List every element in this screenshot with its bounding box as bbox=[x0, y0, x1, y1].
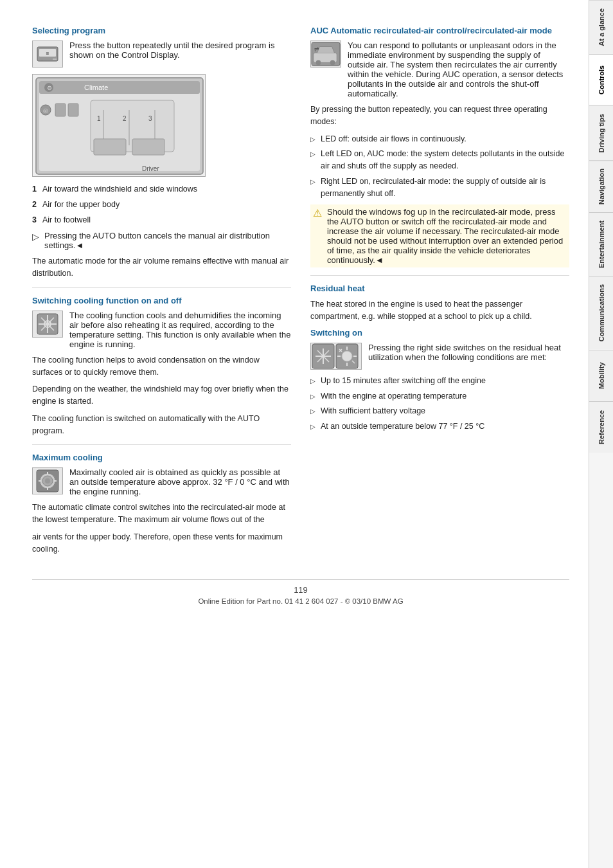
svg-text:Climate: Climate bbox=[84, 84, 108, 91]
maximum-cooling-section: Maximum cooling bbox=[32, 453, 291, 555]
cooling-fog-note: Depending on the weather, the windshield… bbox=[32, 383, 291, 408]
arrow-right-icon: ▷ bbox=[32, 231, 39, 242]
air-distribution-list: 1Air toward the windshield and side wind… bbox=[32, 183, 291, 226]
sidebar-tab-reference[interactable]: Reference bbox=[589, 401, 613, 453]
sidebar: At a glance Controls Driving tips Naviga… bbox=[589, 0, 613, 868]
sidebar-tab-mobility[interactable]: Mobility bbox=[589, 350, 613, 401]
condition-1: Up to 15 minutes after switching off the… bbox=[310, 375, 569, 387]
switching-on-icon-row: Pressing the right side switches on the … bbox=[310, 343, 569, 370]
auc-section: AUC Automatic recirculated-air control/r… bbox=[310, 26, 569, 267]
maximum-cooling-heading: Maximum cooling bbox=[32, 453, 291, 462]
condition-3: With sufficient battery voltage bbox=[310, 405, 569, 417]
svg-text:2: 2 bbox=[123, 115, 127, 122]
auc-warning-text: Should the windows fog up in the recircu… bbox=[327, 207, 567, 265]
switching-on-conditions-list: Up to 15 minutes after switching off the… bbox=[310, 375, 569, 433]
svg-rect-7 bbox=[39, 81, 200, 94]
auto-cancel-note: ▷ Pressing the AUTO button cancels the m… bbox=[32, 231, 291, 250]
svg-point-42 bbox=[316, 60, 321, 66]
auc-icon-row: ⇌ You can respond to pollutants or unple… bbox=[310, 41, 569, 98]
list-item-3: 3Air to footwell bbox=[32, 214, 291, 226]
residual-heat-para: The heat stored in the engine is used to… bbox=[310, 298, 569, 323]
selecting-program-section: Selecting program ≡ bbox=[32, 26, 291, 280]
cooling-icon-row: The cooling function cools and dehumidif… bbox=[32, 311, 291, 349]
sidebar-tab-communications[interactable]: Communications bbox=[589, 276, 613, 349]
max-cooling-button-icon bbox=[32, 467, 63, 494]
auc-mode-left-led: Left LED on, AUC mode: the system detect… bbox=[310, 148, 569, 172]
auc-modes-list: LED off: outside air flows in continuous… bbox=[310, 133, 569, 200]
switching-on-subsection: Switching on bbox=[310, 328, 569, 433]
sidebar-tab-driving-tips[interactable]: Driving tips bbox=[589, 105, 613, 161]
svg-text:⚙: ⚙ bbox=[47, 85, 52, 91]
residual-heat-section: Residual heat The heat stored in the eng… bbox=[310, 284, 569, 433]
max-cooling-intro-text: Maximally cooled air is obtained as quic… bbox=[69, 467, 291, 496]
warning-icon: ⚠ bbox=[313, 207, 322, 219]
svg-point-35 bbox=[45, 478, 50, 484]
sidebar-tab-controls[interactable]: Controls bbox=[589, 54, 613, 105]
list-item-2: 2Air for the upper body bbox=[32, 199, 291, 211]
svg-text:≡: ≡ bbox=[46, 51, 49, 57]
residual-heat-buttons-icon bbox=[310, 343, 362, 370]
svg-point-31 bbox=[46, 323, 49, 325]
auc-intro-text: You can respond to pollutants or unpleas… bbox=[348, 41, 569, 98]
auto-mode-note: The automatic mode for the air volume re… bbox=[32, 255, 291, 280]
cooling-button-icon bbox=[32, 311, 63, 338]
svg-point-43 bbox=[330, 60, 335, 66]
list-item-1: 1Air toward the windshield and side wind… bbox=[32, 183, 291, 195]
cooling-condensation-note: The cooling function helps to avoid cond… bbox=[32, 354, 291, 379]
auc-mode-right-led: Right LED on, recirculated-air mode: the… bbox=[310, 176, 569, 200]
sidebar-tab-at-a-glance[interactable]: At a glance bbox=[589, 0, 613, 54]
svg-rect-2 bbox=[53, 59, 57, 60]
cooling-auto-note: The cooling function is switched on auto… bbox=[32, 413, 291, 437]
svg-text:Driver: Driver bbox=[142, 165, 159, 172]
selecting-program-heading: Selecting program bbox=[32, 26, 291, 35]
max-cooling-cont: air vents for the upper body. Therefore,… bbox=[32, 531, 291, 556]
svg-rect-4 bbox=[41, 60, 43, 61]
switching-on-intro-text: Pressing the right side switches on the … bbox=[368, 343, 569, 362]
program-button-icon: ≡ bbox=[32, 41, 63, 68]
svg-rect-13 bbox=[55, 104, 66, 116]
auc-modes-intro: By pressing the button repeatedly, you c… bbox=[310, 104, 569, 128]
copyright-text: Online Edition for Part no. 01 41 2 604 … bbox=[32, 597, 569, 605]
switching-on-subheading: Switching on bbox=[310, 328, 569, 338]
auc-mode-led-off: LED off: outside air flows in continuous… bbox=[310, 133, 569, 145]
condition-2: With the engine at operating temperature bbox=[310, 390, 569, 402]
switching-cooling-section: Switching cooling function on and off bbox=[32, 296, 291, 437]
svg-rect-14 bbox=[68, 104, 78, 116]
auc-heading: AUC Automatic recirculated-air control/r… bbox=[310, 26, 569, 35]
svg-text:◎: ◎ bbox=[43, 107, 48, 114]
cooling-intro-text: The cooling function cools and dehumidif… bbox=[69, 311, 291, 349]
page-footer: 119 Online Edition for Part no. 01 41 2 … bbox=[32, 579, 569, 605]
svg-rect-22 bbox=[94, 139, 126, 155]
svg-text:3: 3 bbox=[148, 115, 152, 122]
sidebar-tab-entertainment[interactable]: Entertainment bbox=[589, 212, 613, 276]
climate-display-image: Climate ⚙ ◎ bbox=[32, 74, 206, 177]
svg-text:1: 1 bbox=[97, 115, 101, 122]
svg-point-51 bbox=[342, 351, 352, 361]
selecting-program-intro: Press the button repeatedly until the de… bbox=[69, 41, 291, 60]
max-cooling-auto-note: The automatic climate control switches i… bbox=[32, 502, 291, 526]
auc-warning-box: ⚠ Should the windows fog up in the recir… bbox=[310, 204, 569, 267]
svg-text:⇌: ⇌ bbox=[314, 46, 319, 52]
auc-button-icon: ⇌ bbox=[310, 41, 341, 68]
switching-cooling-heading: Switching cooling function on and off bbox=[32, 296, 291, 305]
condition-4: At an outside temperature below 77 °F / … bbox=[310, 420, 569, 433]
max-cooling-icon-row: Maximally cooled air is obtained as quic… bbox=[32, 467, 291, 496]
page-number: 119 bbox=[32, 585, 569, 595]
residual-heat-heading: Residual heat bbox=[310, 284, 569, 293]
selecting-program-icon-row: ≡ Press the button repeatedly until the … bbox=[32, 41, 291, 68]
svg-rect-23 bbox=[132, 139, 164, 155]
sidebar-tab-navigation[interactable]: Navigation bbox=[589, 160, 613, 212]
